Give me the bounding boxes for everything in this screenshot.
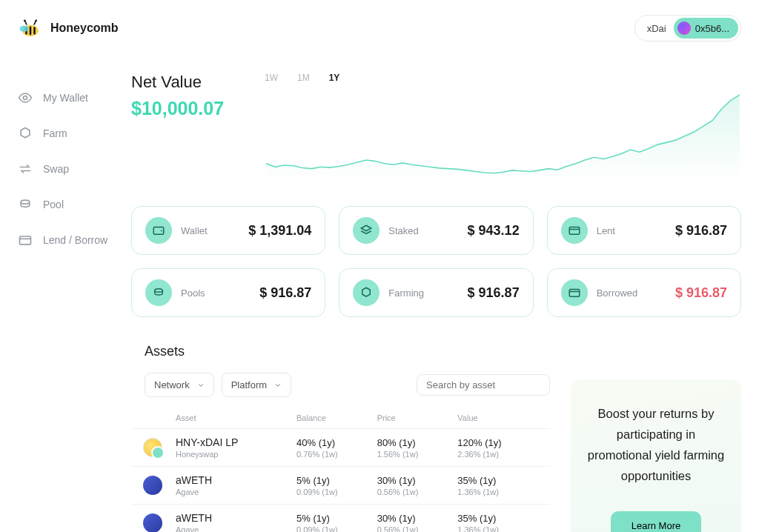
asset-icon — [143, 476, 162, 495]
asset-name: aWETH — [176, 474, 296, 486]
chevron-down-icon — [274, 382, 282, 389]
sidebar-item-my-wallet[interactable]: My Wallet — [18, 80, 122, 116]
promo-cta-button[interactable]: Learn More — [611, 511, 701, 532]
asset-search[interactable] — [417, 374, 550, 396]
asset-name: aWETH — [176, 512, 296, 524]
stat-card-lent[interactable]: Lent $ 916.87 — [547, 206, 741, 255]
sidebar-item-label: Swap — [43, 163, 69, 175]
eye-icon — [18, 90, 33, 105]
wallet-address: 0x5b6... — [695, 23, 729, 34]
table-row[interactable]: HNY-xDAI LP Honeyswap 40% (1y) 0.76% (1w… — [131, 428, 550, 466]
swap-icon — [18, 162, 33, 176]
table-row[interactable]: aWETH Agave 5% (1y) 0.09% (1w) 30% (1y) … — [131, 466, 550, 504]
logo[interactable]: Honeycomb — [18, 18, 119, 39]
table-row[interactable]: aWETH Agave 5% (1y) 0.09% (1w) 30% (1y) … — [131, 504, 550, 532]
platform-filter[interactable]: Platform — [222, 373, 291, 397]
asset-search-input[interactable] — [426, 379, 551, 390]
sidebar-item-label: Pool — [43, 199, 64, 210]
asset-platform: Agave — [176, 525, 296, 532]
stat-label: Wallet — [181, 225, 239, 236]
coins-icon — [145, 279, 172, 306]
sidebar-item-label: Farm — [43, 127, 67, 139]
coins-icon — [18, 197, 33, 212]
stat-value: $ 916.87 — [675, 285, 727, 301]
asset-platform: Agave — [176, 488, 296, 496]
period-tab-1y[interactable]: 1Y — [329, 73, 340, 83]
asset-name: HNY-xDAI LP — [176, 436, 296, 448]
netvalue-chart — [265, 90, 741, 179]
sidebar-item-label: My Wallet — [43, 92, 88, 104]
hex-icon — [353, 279, 380, 306]
stat-value: $ 1,391.04 — [248, 223, 311, 239]
stat-card-pools[interactable]: Pools $ 916.87 — [131, 268, 325, 317]
svg-point-11 — [24, 19, 26, 21]
stat-value: $ 916.87 — [259, 285, 311, 301]
svg-point-12 — [35, 19, 37, 21]
stat-card-farming[interactable]: Farming $ 916.87 — [339, 268, 533, 317]
stat-value: $ 916.87 — [675, 223, 727, 239]
network-name: xDai — [647, 23, 674, 34]
card-icon — [561, 217, 588, 244]
stat-label: Pools — [181, 287, 251, 299]
hex-icon — [18, 126, 33, 141]
network-filter[interactable]: Network — [145, 373, 214, 397]
period-tab-1m[interactable]: 1M — [297, 73, 310, 83]
sidebar-item-pool[interactable]: Pool — [18, 187, 122, 222]
stat-label: Borrowed — [597, 287, 666, 299]
svg-rect-8 — [30, 26, 32, 35]
stat-card-staked[interactable]: Staked $ 943.12 — [339, 206, 533, 255]
asset-icon — [143, 513, 162, 532]
assets-header: Asset Balance Price Value — [131, 408, 550, 428]
period-tabs: 1W1M1Y — [265, 73, 741, 83]
netvalue-amount: $10,000.07 — [131, 98, 250, 119]
stat-label: Farming — [388, 287, 458, 299]
asset-icon — [143, 438, 162, 457]
avatar — [677, 21, 691, 35]
chevron-down-icon — [197, 382, 205, 389]
stat-label: Staked — [388, 225, 458, 236]
sidebar-item-farm[interactable]: Farm — [18, 116, 122, 151]
assets-title: Assets — [145, 344, 550, 359]
promo-card: Boost your returns by participating in p… — [571, 379, 741, 532]
layers-icon — [353, 217, 380, 244]
card-icon — [18, 233, 33, 247]
stat-value: $ 916.87 — [468, 285, 520, 301]
promo-text: Boost your returns by participating in p… — [586, 403, 726, 486]
svg-rect-9 — [33, 27, 36, 34]
card-icon — [561, 279, 588, 306]
bee-icon — [18, 18, 43, 39]
sidebar-item-lend-borrow[interactable]: Lend / Borrow — [18, 222, 122, 258]
brand-name: Honeycomb — [50, 21, 119, 35]
svg-point-10 — [20, 26, 29, 33]
wallet-icon — [145, 217, 172, 244]
stat-label: Lent — [597, 225, 666, 236]
sidebar-item-swap[interactable]: Swap — [18, 151, 122, 187]
period-tab-1w[interactable]: 1W — [265, 73, 278, 83]
netvalue-label: Net Value — [131, 73, 250, 92]
sidebar-item-label: Lend / Borrow — [43, 234, 107, 246]
wallet-switcher[interactable]: xDai 0x5b6... — [634, 15, 741, 41]
stat-card-borrowed[interactable]: Borrowed $ 916.87 — [547, 268, 741, 317]
stat-card-wallet[interactable]: Wallet $ 1,391.04 — [131, 206, 325, 255]
stat-value: $ 943.12 — [468, 223, 520, 239]
asset-platform: Honeyswap — [176, 450, 296, 459]
